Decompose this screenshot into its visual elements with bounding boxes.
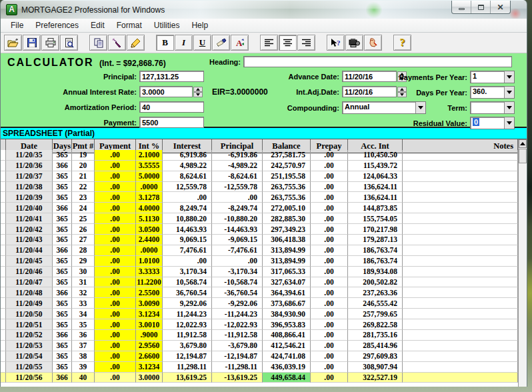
cell-balance-row2[interactable]: 242,570.97 bbox=[263, 161, 311, 171]
cell-interest-row10[interactable]: 7,476.61 bbox=[163, 245, 212, 256]
cell-acc-int-row21[interactable]: 308,907.94 bbox=[348, 362, 403, 373]
cell-days-row4[interactable]: 365 bbox=[53, 182, 72, 193]
cell-acc-int-row15[interactable]: 246,555.42 bbox=[348, 298, 403, 309]
cell-days-row10[interactable]: 366 bbox=[53, 245, 72, 256]
payments-per-year-select[interactable]: 1 bbox=[470, 71, 515, 83]
align-left-button[interactable] bbox=[260, 35, 278, 51]
cell-balance-row15[interactable]: 373,686.67 bbox=[263, 298, 311, 309]
cell-pmt-row1[interactable]: 19 bbox=[72, 150, 95, 161]
cell-int-row2[interactable]: 3.5555 bbox=[136, 161, 163, 171]
align-right-button[interactable] bbox=[297, 35, 315, 51]
cell-int-row9[interactable]: 2.4400 bbox=[136, 235, 163, 245]
cell-days-row14[interactable]: 366 bbox=[53, 287, 72, 298]
cell-int-row20[interactable]: 2.6600 bbox=[136, 351, 163, 362]
cell-payment-row1[interactable]: .00 bbox=[95, 150, 136, 161]
cell-principal-row13[interactable]: -10,568.74 bbox=[212, 277, 263, 288]
cell-date-row19[interactable]: 11/20/53 bbox=[6, 341, 53, 351]
payment-input[interactable] bbox=[139, 117, 204, 128]
cell-prepay-row19[interactable]: .00 bbox=[311, 341, 348, 351]
cell-balance-row1[interactable]: 237,581.75 bbox=[263, 150, 311, 161]
cell-int-row10[interactable]: .0000 bbox=[136, 245, 163, 256]
cell-prepay-row4[interactable]: .00 bbox=[311, 182, 348, 193]
cell-int-row19[interactable]: 2.9560 bbox=[136, 341, 163, 351]
titlebar[interactable]: A MORTGAGE2 Professional for Windows ✕ bbox=[1, 0, 527, 19]
cell-principal-row8[interactable]: -14,463.93 bbox=[212, 224, 263, 235]
italic-button[interactable]: I bbox=[175, 35, 193, 51]
term-select[interactable] bbox=[470, 101, 515, 114]
close-button[interactable]: ✕ bbox=[491, 1, 510, 13]
cell-pmt-row7[interactable]: 25 bbox=[72, 213, 95, 224]
cell-date-row14[interactable]: 11/20/48 bbox=[6, 287, 53, 298]
cell-interest-row17[interactable]: 12,022.93 bbox=[163, 319, 212, 330]
cell-prepay-row22[interactable]: .00 bbox=[311, 373, 348, 383]
cell-acc-int-row12[interactable]: 189,934.08 bbox=[348, 267, 403, 277]
cell-balance-row6[interactable]: 272,005.10 bbox=[263, 203, 311, 213]
cell-acc-int-row10[interactable]: 186,763.74 bbox=[348, 245, 403, 256]
residual-value-select[interactable]: 0 bbox=[470, 117, 515, 129]
cell-balance-row3[interactable]: 251,195.58 bbox=[263, 171, 311, 182]
chevron-down-icon[interactable] bbox=[504, 117, 514, 129]
cell-date-row16[interactable]: 11/20/50 bbox=[6, 309, 53, 319]
cell-pmt-row6[interactable]: 24 bbox=[72, 203, 95, 213]
cell-principal-row14[interactable]: -36,760.54 bbox=[212, 287, 263, 298]
cell-date-row12[interactable]: 11/20/46 bbox=[6, 267, 53, 277]
open-button[interactable] bbox=[4, 35, 22, 51]
cell-date-row21[interactable]: 11/20/55 bbox=[6, 362, 53, 373]
cell-payment-row21[interactable]: .00 bbox=[95, 362, 136, 373]
cell-date-row10[interactable]: 11/20/44 bbox=[6, 245, 53, 256]
cell-pmt-row3[interactable]: 21 bbox=[72, 171, 95, 182]
chevron-down-icon[interactable] bbox=[504, 71, 514, 83]
cell-pmt-row10[interactable]: 28 bbox=[72, 245, 95, 256]
cell-principal-row12[interactable]: -3,170.34 bbox=[212, 267, 263, 277]
cell-payment-row19[interactable]: .00 bbox=[95, 341, 136, 351]
cell-pmt-row13[interactable]: 31 bbox=[72, 277, 95, 288]
cell-prepay-row12[interactable]: .00 bbox=[311, 267, 348, 277]
menu-item-format[interactable]: Format bbox=[111, 19, 148, 31]
cell-days-row16[interactable]: 365 bbox=[53, 309, 72, 319]
cell-pmt-row20[interactable]: 38 bbox=[72, 351, 95, 362]
cell-payment-row17[interactable]: .00 bbox=[95, 319, 136, 330]
cell-payment-row6[interactable]: .00 bbox=[95, 203, 136, 213]
cell-days-row17[interactable]: 365 bbox=[53, 319, 72, 330]
cell-balance-row18[interactable]: 408,866.41 bbox=[263, 330, 311, 341]
cell-notes-row19[interactable] bbox=[403, 341, 518, 351]
cell-int-row5[interactable]: 3.1278 bbox=[136, 192, 163, 203]
cell-payment-row4[interactable]: .00 bbox=[95, 182, 136, 193]
cell-interest-row12[interactable]: 3,170.34 bbox=[163, 267, 212, 277]
cell-notes-row6[interactable] bbox=[403, 203, 518, 213]
annual-interest-rate-input[interactable] bbox=[139, 86, 193, 97]
cell-days-row5[interactable]: 365 bbox=[53, 192, 72, 203]
help-button[interactable]: ? bbox=[393, 35, 411, 51]
cell-interest-row4[interactable]: 12,559.78 bbox=[163, 182, 212, 193]
cell-int-row4[interactable]: .0000 bbox=[136, 182, 163, 193]
cell-int-row17[interactable]: 3.0010 bbox=[136, 319, 163, 330]
cell-pmt-row21[interactable]: 39 bbox=[72, 362, 95, 373]
cell-balance-row19[interactable]: 412,546.21 bbox=[263, 341, 311, 351]
cell-payment-row14[interactable]: .00 bbox=[95, 287, 136, 298]
cell-notes-row21[interactable] bbox=[403, 362, 518, 373]
hand-pointer-button[interactable] bbox=[364, 35, 382, 51]
cell-payment-row5[interactable]: .00 bbox=[95, 192, 136, 203]
cell-pmt-row9[interactable]: 27 bbox=[72, 235, 95, 245]
cell-date-row8[interactable]: 11/20/42 bbox=[6, 224, 53, 235]
cell-balance-row8[interactable]: 297,349.23 bbox=[263, 224, 311, 235]
cell-prepay-row14[interactable]: .00 bbox=[311, 287, 348, 298]
context-help-button[interactable]: ? bbox=[327, 35, 345, 51]
screen-print-button[interactable] bbox=[345, 35, 363, 51]
cell-principal-row22[interactable]: -13,619.25 bbox=[212, 373, 263, 383]
principal-input[interactable] bbox=[139, 71, 204, 82]
cell-int-row8[interactable]: 3.0500 bbox=[136, 224, 163, 235]
cell-pmt-row12[interactable]: 30 bbox=[72, 267, 95, 277]
cell-principal-row9[interactable]: -9,069.15 bbox=[212, 235, 263, 245]
minimize-button[interactable] bbox=[452, 1, 471, 13]
cell-days-row6[interactable]: 366 bbox=[53, 203, 72, 213]
cell-days-row7[interactable]: 365 bbox=[53, 213, 72, 224]
cell-acc-int-row18[interactable]: 281,735.16 bbox=[348, 330, 403, 341]
cell-notes-row15[interactable] bbox=[403, 298, 518, 309]
maximize-button[interactable] bbox=[471, 1, 491, 13]
cell-date-row5[interactable]: 11/20/39 bbox=[6, 192, 53, 203]
cell-balance-row13[interactable]: 327,634.07 bbox=[263, 277, 311, 288]
cell-notes-row13[interactable] bbox=[403, 277, 518, 288]
cell-int-row18[interactable]: .9000 bbox=[136, 330, 163, 341]
cell-acc-int-row2[interactable]: 115,439.72 bbox=[348, 161, 403, 171]
